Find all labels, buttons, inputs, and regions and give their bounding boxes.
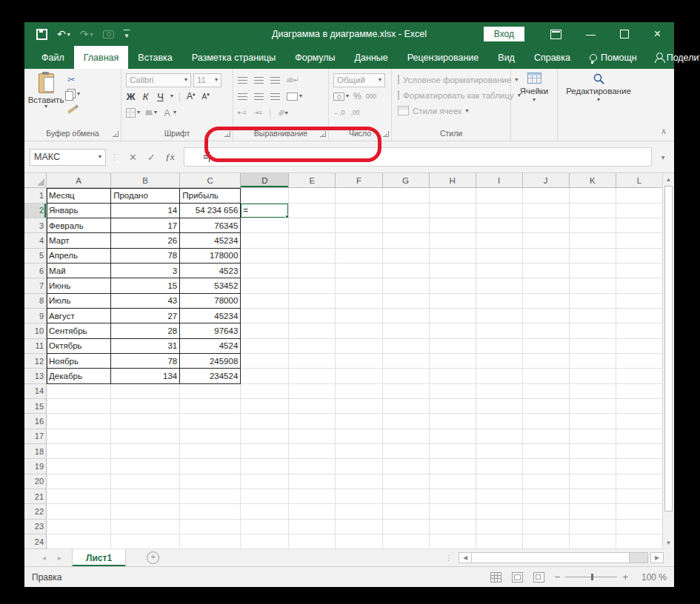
cell-C4[interactable]: 45234 — [180, 233, 241, 248]
cell-C2[interactable]: 54 234 656 — [180, 204, 241, 218]
number-format-select[interactable]: Общий▾ — [333, 73, 385, 87]
cell-J14[interactable] — [523, 384, 570, 399]
font-size-select[interactable]: 11▾ — [193, 73, 221, 87]
cell-G11[interactable] — [383, 339, 430, 354]
cell-B15[interactable] — [111, 399, 180, 414]
cell-J22[interactable] — [523, 504, 570, 519]
cell-G19[interactable] — [383, 459, 430, 474]
cell-L24[interactable] — [616, 534, 663, 549]
cell-E24[interactable] — [289, 534, 336, 549]
cell-D17[interactable] — [241, 429, 289, 444]
cell-K21[interactable] — [570, 489, 616, 504]
cell-J7[interactable] — [523, 278, 570, 293]
cell-G23[interactable] — [383, 520, 430, 534]
cell-B11[interactable]: 31 — [111, 339, 180, 354]
fill-color-button[interactable]: ▾ — [145, 110, 157, 115]
cell-C1[interactable]: Прибыль — [180, 188, 241, 203]
paste-dropdown-icon[interactable]: ▾ — [44, 104, 47, 109]
cell-H15[interactable] — [430, 399, 476, 414]
cell-E1[interactable] — [289, 188, 336, 203]
cell-J19[interactable] — [523, 459, 570, 474]
cell-J8[interactable] — [523, 294, 570, 309]
cell-H19[interactable] — [430, 459, 476, 474]
format-as-table-button[interactable]: Форматировать как таблицу▾ — [398, 87, 506, 103]
cell-E23[interactable] — [289, 520, 336, 534]
align-middle-button[interactable] — [254, 77, 264, 84]
orientation-button[interactable]: ab▾ — [278, 109, 287, 116]
row-header-3[interactable]: 3 — [24, 218, 47, 233]
cell-styles-button[interactable]: Стили ячеек▾ — [398, 103, 506, 118]
row-header-12[interactable]: 12 — [24, 354, 47, 369]
row-header-21[interactable]: 21 — [24, 489, 47, 504]
cell-A13[interactable]: Декабрь — [47, 369, 111, 383]
italic-button[interactable]: К — [141, 91, 150, 102]
cell-K4[interactable] — [570, 233, 616, 248]
cell-D6[interactable] — [241, 264, 289, 278]
cell-C11[interactable]: 4524 — [180, 339, 241, 354]
cell-B13[interactable]: 134 — [111, 369, 180, 383]
share-button[interactable]: Поделиться — [647, 46, 700, 69]
horizontal-scroll-thumb[interactable] — [471, 553, 630, 563]
cell-L21[interactable] — [616, 489, 663, 504]
cell-H2[interactable] — [430, 204, 476, 218]
column-header-F[interactable]: F — [336, 173, 382, 188]
enter-entry-button[interactable]: ✓ — [142, 152, 161, 163]
cell-F19[interactable] — [336, 459, 382, 474]
cell-J2[interactable] — [523, 204, 570, 218]
cell-A21[interactable] — [47, 489, 111, 504]
cell-K9[interactable] — [570, 309, 616, 323]
dialog-launcher-icon[interactable] — [383, 131, 389, 137]
cell-L6[interactable] — [616, 264, 663, 278]
row-header-18[interactable]: 18 — [24, 444, 47, 459]
cell-L3[interactable] — [616, 218, 663, 233]
row-header-13[interactable]: 13 — [24, 369, 47, 383]
cell-D11[interactable] — [241, 339, 289, 354]
cell-I19[interactable] — [476, 459, 523, 474]
column-header-C[interactable]: C — [180, 173, 241, 188]
vertical-scrollbar[interactable]: ▲ ▼ — [662, 173, 674, 549]
cell-L1[interactable] — [616, 188, 663, 203]
cell-H4[interactable] — [430, 233, 476, 248]
cell-C6[interactable]: 4523 — [180, 264, 241, 278]
cell-I17[interactable] — [476, 429, 523, 444]
cell-A23[interactable] — [47, 520, 111, 534]
vertical-scroll-track[interactable] — [663, 511, 674, 537]
cell-D8[interactable] — [241, 294, 289, 309]
row-header-19[interactable]: 19 — [24, 459, 47, 474]
cell-F9[interactable] — [336, 309, 382, 323]
column-header-K[interactable]: K — [570, 173, 616, 188]
cell-B7[interactable]: 15 — [111, 278, 180, 293]
name-box-dropdown-icon[interactable]: ▾ — [99, 155, 101, 159]
cell-B5[interactable]: 78 — [111, 249, 180, 264]
cell-L14[interactable] — [616, 384, 663, 399]
cell-C12[interactable]: 245908 — [180, 354, 241, 369]
cell-L11[interactable] — [616, 339, 663, 354]
cell-H22[interactable] — [430, 504, 476, 519]
row-header-7[interactable]: 7 — [24, 278, 47, 293]
cell-D19[interactable] — [241, 459, 289, 474]
font-family-select[interactable]: Calibri▾ — [126, 73, 191, 87]
cell-D3[interactable] — [241, 218, 289, 233]
column-header-I[interactable]: I — [476, 173, 523, 188]
scroll-right-icon[interactable]: ▶ — [650, 552, 664, 563]
cell-B10[interactable]: 28 — [111, 323, 180, 338]
cells-button[interactable]: Ячейки ▾ — [511, 69, 557, 141]
row-header-20[interactable]: 20 — [24, 474, 47, 489]
ribbon-display-options-button[interactable] — [541, 22, 574, 46]
cell-A17[interactable] — [47, 429, 111, 444]
cell-E16[interactable] — [289, 414, 336, 429]
cell-F24[interactable] — [336, 534, 382, 549]
zoom-slider[interactable] — [565, 577, 617, 577]
cell-A7[interactable]: Июнь — [47, 278, 111, 293]
cell-J1[interactable] — [523, 188, 570, 203]
cell-D9[interactable] — [241, 309, 289, 323]
dialog-launcher-icon[interactable] — [320, 131, 326, 137]
cell-H17[interactable] — [430, 429, 476, 444]
cell-B19[interactable] — [111, 459, 180, 474]
align-top-button[interactable] — [238, 77, 247, 84]
cell-J18[interactable] — [523, 444, 570, 459]
cell-G16[interactable] — [383, 414, 430, 429]
cell-E6[interactable] — [289, 264, 336, 278]
cell-G3[interactable] — [383, 218, 430, 233]
row-header-1[interactable]: 1 — [24, 188, 47, 203]
